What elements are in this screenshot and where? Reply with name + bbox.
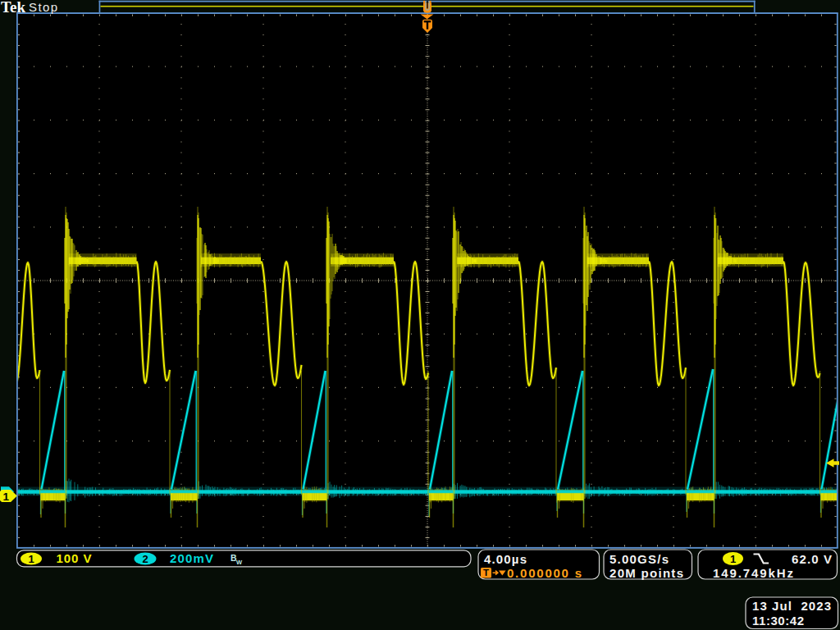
svg-text:Tek: Tek [1,0,25,16]
svg-text:100 V: 100 V [57,551,92,565]
svg-text:1: 1 [730,553,736,565]
svg-text:4.00µs: 4.00µs [484,552,527,566]
svg-text:Stop: Stop [29,0,57,14]
svg-text:149.749kHz: 149.749kHz [713,566,793,580]
svg-text:20M points: 20M points [609,566,683,580]
svg-text:W: W [236,559,243,566]
svg-text:13 Jul 2023: 13 Jul 2023 [752,599,831,613]
svg-text:2: 2 [142,553,148,565]
svg-text:200mV: 200mV [170,551,213,565]
svg-text:0.000000 s: 0.000000 s [507,566,582,580]
svg-text:5.00GS/s: 5.00GS/s [609,552,669,566]
svg-text:1: 1 [2,491,9,503]
svg-text:T: T [483,568,489,578]
svg-text:62.0 V: 62.0 V [792,552,832,566]
svg-text:11:30:42: 11:30:42 [752,614,804,628]
svg-text:1: 1 [28,553,34,565]
